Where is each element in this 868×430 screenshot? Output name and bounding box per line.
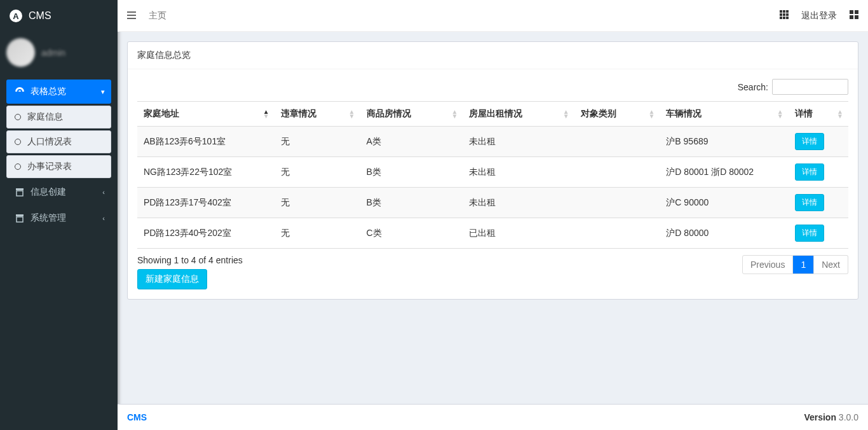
column-header-address[interactable]: 家庭地址▲▼	[137, 102, 275, 127]
column-header-detail[interactable]: 详情▲▼	[789, 102, 848, 127]
sidebar-item-label: 表格总览	[31, 86, 66, 97]
column-header-violation[interactable]: 违章情况▲▼	[275, 102, 360, 127]
cell-rent: 未出租	[463, 188, 574, 218]
column-header-rent[interactable]: 房屋出租情况▲▼	[463, 102, 574, 127]
svg-rect-0	[16, 188, 24, 190]
topbar: 主页 退出登录	[118, 0, 868, 32]
svg-rect-19	[855, 15, 858, 19]
breadcrumb[interactable]: 主页	[149, 10, 166, 22]
table-row: PD路123弄17号402室 无 B类 未出租 沪C 90000 详情	[137, 188, 848, 218]
column-header-vehicle[interactable]: 车辆情况▲▼	[660, 102, 788, 127]
panel-title: 家庭信息总览	[137, 50, 191, 60]
sort-icon: ▲▼	[648, 109, 654, 118]
cell-violation: 无	[275, 218, 360, 249]
cell-housing: B类	[360, 188, 463, 218]
svg-rect-13	[780, 17, 782, 19]
new-family-button[interactable]: 新建家庭信息	[137, 269, 207, 289]
cell-vehicle: 沪D 80001 浙D 80002	[660, 157, 788, 188]
chevron-down-icon: ▾	[101, 88, 105, 96]
sidebar-item-label: 信息创建	[31, 186, 66, 198]
table-row: NG路123弄22号102室 无 B类 未出租 沪D 80001 浙D 8000…	[137, 157, 848, 188]
sort-icon: ▲▼	[837, 109, 843, 118]
search-input[interactable]	[772, 79, 848, 95]
svg-rect-8	[783, 10, 785, 13]
svg-rect-7	[780, 10, 782, 13]
svg-rect-18	[850, 15, 853, 19]
chevron-left-icon: ‹	[102, 214, 105, 222]
cell-action: 详情	[789, 157, 848, 188]
detail-button[interactable]: 详情	[795, 225, 824, 242]
panel: 家庭信息总览 Search: 家庭地址▲▼ 违章情况▲▼ 商品房情况▲▼	[127, 41, 858, 300]
cell-address: AB路123弄6号101室	[137, 127, 275, 157]
cell-housing: A类	[360, 127, 463, 157]
detail-button[interactable]: 详情	[795, 163, 824, 181]
detail-button[interactable]: 详情	[795, 194, 824, 211]
dashboard-icon	[14, 87, 25, 97]
cell-housing: C类	[360, 218, 463, 249]
cell-vehicle: 沪D 80000	[660, 218, 788, 249]
svg-rect-3	[17, 217, 23, 222]
cell-action: 详情	[789, 127, 848, 157]
cell-category	[574, 127, 660, 157]
sidebar-item-label: 系统管理	[31, 212, 66, 224]
footer-brand[interactable]: CMS	[127, 412, 147, 422]
sort-icon: ▲▼	[777, 109, 783, 118]
svg-rect-2	[16, 214, 24, 216]
brand[interactable]: A CMS	[0, 0, 118, 32]
sidebar-item-family-info[interactable]: 家庭信息	[6, 106, 111, 128]
data-table: 家庭地址▲▼ 违章情况▲▼ 商品房情况▲▼ 房屋出租情况▲▼ 对象类别▲▼ 车辆…	[137, 101, 848, 249]
cell-vehicle: 沪B 95689	[660, 127, 788, 157]
grid-icon[interactable]	[850, 10, 858, 21]
table-row: AB路123弄6号101室 无 A类 未出租 沪B 95689 详情	[137, 127, 848, 157]
hamburger-icon[interactable]	[127, 11, 136, 21]
svg-rect-9	[786, 10, 789, 13]
pagination-next[interactable]: Next	[814, 255, 848, 274]
column-header-category[interactable]: 对象类别▲▼	[574, 102, 660, 127]
grid-icon[interactable]	[780, 10, 789, 21]
cell-category	[574, 218, 660, 249]
sort-icon: ▲▼	[349, 109, 355, 118]
cell-violation: 无	[275, 188, 360, 218]
cell-category	[574, 188, 660, 218]
cell-violation: 无	[275, 127, 360, 157]
sort-icon: ▲▼	[263, 109, 269, 118]
archive-icon	[14, 214, 25, 223]
cell-action: 详情	[789, 188, 848, 218]
sort-icon: ▲▼	[451, 109, 458, 118]
column-header-housing[interactable]: 商品房情况▲▼	[360, 102, 463, 127]
footer: CMS Version 3.0.0	[118, 404, 868, 430]
pagination-page-1[interactable]: 1	[793, 255, 814, 274]
footer-version: Version 3.0.0	[804, 412, 858, 422]
sidebar-item-create-info[interactable]: 信息创建 ‹	[6, 180, 111, 204]
table-info: Showing 1 to 4 of 4 entries	[137, 255, 243, 265]
circle-icon	[15, 114, 21, 120]
user-panel[interactable]: admin	[0, 32, 118, 73]
brand-icon: A	[10, 10, 22, 22]
cell-action: 详情	[789, 218, 848, 249]
detail-button[interactable]: 详情	[795, 133, 824, 150]
pagination: Previous 1 Next	[742, 255, 848, 274]
sidebar-item-population[interactable]: 人口情况表	[6, 130, 111, 153]
sidebar-item-label: 人口情况表	[27, 136, 72, 148]
table-row: PD路123弄40号202室 无 C类 已出租 沪D 80000 详情	[137, 218, 848, 249]
brand-text: CMS	[29, 10, 51, 22]
chevron-left-icon: ‹	[102, 188, 105, 196]
svg-rect-1	[17, 191, 23, 196]
avatar	[6, 38, 35, 67]
svg-rect-10	[780, 13, 782, 16]
sidebar-item-tables[interactable]: 表格总览 ▾ 家庭信息 人口情况表 办事记录表	[6, 80, 111, 178]
sidebar-item-records[interactable]: 办事记录表	[6, 155, 111, 178]
logout-link[interactable]: 退出登录	[801, 10, 837, 22]
cell-rent: 未出租	[463, 157, 574, 188]
cell-violation: 无	[275, 157, 360, 188]
pagination-prev[interactable]: Previous	[742, 255, 793, 274]
svg-rect-14	[783, 17, 785, 19]
svg-rect-16	[850, 10, 853, 14]
cell-housing: B类	[360, 157, 463, 188]
cell-rent: 已出租	[463, 218, 574, 249]
svg-rect-15	[786, 17, 789, 19]
cell-category	[574, 157, 660, 188]
sidebar-item-system-manage[interactable]: 系统管理 ‹	[6, 206, 111, 230]
sidebar-item-label: 办事记录表	[27, 161, 72, 172]
cell-address: PD路123弄17号402室	[137, 188, 275, 218]
